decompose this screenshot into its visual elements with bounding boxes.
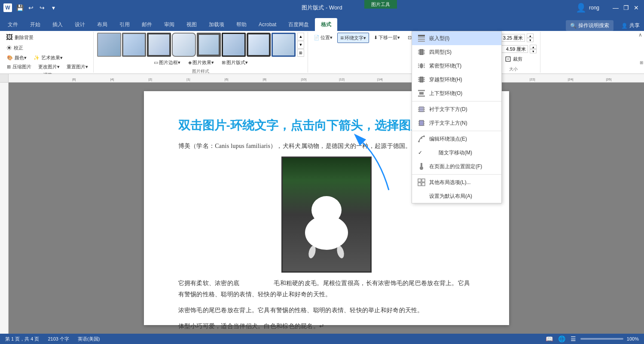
tab-insert[interactable]: 插入 (46, 18, 69, 31)
width-input[interactable] (498, 45, 528, 53)
send-back-btn[interactable]: ⬇ 下移一层▾ (371, 33, 403, 43)
crop-btn[interactable]: ⊡ 裁剪 (503, 53, 524, 64)
gallery-scroll-down[interactable]: ▼ (297, 41, 304, 49)
svg-rect-5 (420, 49, 423, 55)
change-pic-btn[interactable]: 更改图片▾ (36, 63, 62, 71)
user-name: rong (589, 5, 599, 11)
menu-tight[interactable]: 紧密型环绕(T) (412, 59, 501, 73)
redo-quick-btn[interactable]: ↪ (38, 3, 46, 12)
restore-btn[interactable]: ❐ (622, 3, 630, 12)
search-bar[interactable]: 🔍 操作说明搜索 (566, 20, 613, 31)
color-label: 颜色▾ (15, 55, 27, 61)
collapse-ribbon-btn[interactable]: ∧ (638, 32, 642, 38)
ruler-mark-22: |26| (606, 77, 611, 81)
tab-help[interactable]: 帮助 (230, 18, 253, 31)
gallery-expand[interactable]: ⊞ (297, 49, 304, 57)
style-1[interactable] (97, 33, 121, 57)
menu-topbottom[interactable]: 上下型环绕(O) (412, 86, 501, 100)
position-btn[interactable]: 📄 位置▾ (311, 33, 336, 43)
pic-border-btn[interactable]: ▭ 图片边框▾ (151, 58, 183, 68)
menu-set-default[interactable]: 设置为默认布局(A) (412, 189, 501, 203)
tab-acrobat[interactable]: Acrobat (253, 18, 282, 31)
adjust-bottom-row2: ⊞ 压缩图片 更改图片▾ 重置图片▾ (4, 63, 91, 71)
user-area[interactable]: 👤 rong (576, 3, 599, 13)
remove-bg-btn[interactable]: 🖼 删除背景 (4, 33, 35, 42)
menu-square[interactable]: 四周型(S) (412, 45, 501, 59)
paragraph-3[interactable]: 浓密饰毛的尾巴卷放在背上。它具有警惕的性格、聪明的表情、轻快的举止和好奇的天性。 (178, 305, 475, 316)
paragraph-4[interactable]: 体型小巧可爱，适合当伴侣犬。白色和棕色的屁名。↵ (178, 321, 475, 332)
reset-pic-btn[interactable]: 重置图片▾ (64, 63, 91, 71)
color-btn[interactable]: 🎨 颜色▾ (4, 54, 29, 62)
menu-behind[interactable]: 衬于文字下方(D) (412, 102, 501, 116)
tab-baidu[interactable]: 百度网盘 (282, 18, 315, 31)
zoom-slider[interactable] (580, 338, 623, 340)
quick-access-dropdown[interactable]: ▾ (49, 3, 58, 12)
height-up-btn[interactable]: ▲ (527, 34, 534, 38)
style-2[interactable] (122, 33, 146, 57)
through-icon (417, 75, 426, 84)
height-down-btn[interactable]: ▼ (527, 38, 534, 42)
size-expand-btn[interactable]: ⊞ (640, 60, 643, 65)
pic-effect-label: 图片效果▾ (192, 59, 214, 66)
save-quick-btn[interactable]: 💾 (15, 3, 24, 12)
svg-rect-26 (419, 92, 424, 95)
share-btn[interactable]: 👤 共享 (617, 20, 644, 31)
style-8[interactable] (272, 33, 296, 57)
pic-layout-btn[interactable]: ⊞ 图片版式▾ (219, 58, 251, 68)
style-7[interactable] (247, 33, 271, 57)
width-down-btn[interactable]: ▼ (530, 49, 537, 53)
svg-rect-6 (418, 50, 419, 51)
wrap-text-menu: 嵌入型(I) 四周型(S) 紧密型环绕(T) 穿越型环绕(H) 上下型环绕(O)… (412, 31, 502, 203)
minimize-btn[interactable]: — (611, 3, 620, 12)
print-view-btn[interactable]: 📖 (545, 335, 554, 343)
ruler-mark-10: |14| (377, 77, 383, 81)
pic-border-icon: ▭ (154, 60, 158, 65)
remove-bg-icon: 🖼 (6, 34, 13, 41)
outline-view-btn[interactable]: ☰ (570, 335, 577, 343)
tab-addins[interactable]: 加载项 (203, 18, 230, 31)
tab-layout[interactable]: 布局 (91, 18, 113, 31)
corrections-btn[interactable]: ☀ 校正 (4, 43, 25, 53)
wrap-text-btn[interactable]: ≡ 环绕文字▾ (337, 33, 369, 43)
menu-fix-position[interactable]: 在页面上的位置固定(F) (412, 160, 501, 173)
style-3[interactable] (147, 33, 171, 57)
wrap-text-label: 环绕文字▾ (345, 35, 366, 41)
tab-file[interactable]: 文件 (2, 18, 24, 31)
gallery-scroll-up[interactable]: ▲ (297, 33, 304, 40)
compress-btn[interactable]: ⊞ 压缩图片 (4, 63, 34, 71)
menu-through[interactable]: 穿越型环绕(H) (412, 73, 501, 86)
style-6[interactable] (222, 33, 246, 57)
width-up-btn[interactable]: ▲ (530, 45, 537, 49)
reset-pic-label: 重置图片▾ (67, 64, 88, 70)
svg-rect-17 (424, 65, 425, 66)
style-4[interactable] (172, 33, 196, 57)
tab-format[interactable]: 格式 (315, 18, 337, 31)
tab-view[interactable]: 视图 (180, 18, 203, 31)
undo-quick-btn[interactable]: ↩ (27, 3, 35, 12)
close-btn[interactable]: ✕ (632, 3, 641, 12)
crop-row: ⊡ 裁剪 (503, 53, 524, 64)
paragraph-2[interactable]: 它拥有柔软、浓密的底毛和粗硬的皮毛。尾根位置很高，长有浓密饰毛的尾巴卷放在背上。… (178, 278, 475, 299)
dog-image[interactable] (281, 157, 372, 273)
menu-more-layout[interactable]: 其他布局选项(L)... (412, 175, 501, 189)
document-area[interactable]: 双击图片-环绕文字，点击向下箭头，选择图片的版式 博美（学名：Canis lup… (9, 83, 644, 334)
artistic-btn[interactable]: ✨ 艺术效果▾ (31, 54, 65, 62)
tab-design[interactable]: 设计 (69, 18, 91, 31)
menu-edit-points[interactable]: 编辑环绕顶点(E) (412, 132, 501, 146)
tab-home[interactable]: 开始 (24, 18, 46, 31)
tab-reference[interactable]: 引用 (113, 18, 136, 31)
menu-embed[interactable]: 嵌入型(I) (412, 31, 501, 45)
pic-effect-btn[interactable]: ◈ 图片效果▾ (185, 58, 217, 68)
edit-points-label: 编辑环绕顶点(E) (429, 135, 496, 143)
menu-move-with-text[interactable]: ✓ 随文字移动(M) (412, 146, 501, 160)
style-5[interactable] (197, 33, 221, 57)
svg-rect-9 (424, 50, 425, 51)
main-area: 双击图片-环绕文字，点击向下箭头，选择图片的版式 博美（学名：Canis lup… (0, 83, 644, 334)
tab-review[interactable]: 审阅 (158, 18, 180, 31)
tab-mail[interactable]: 邮件 (136, 18, 158, 31)
web-view-btn[interactable]: 🌐 (557, 335, 566, 343)
page-info: 第 1 页，共 4 页 (5, 336, 39, 342)
menu-front[interactable]: 浮于文字上方(N) (412, 116, 501, 130)
status-bar: 第 1 页，共 4 页 2103 个字 英语(美国) 📖 🌐 ☰ 100% (0, 334, 644, 344)
ruler-mark-20: |24| (568, 77, 574, 81)
